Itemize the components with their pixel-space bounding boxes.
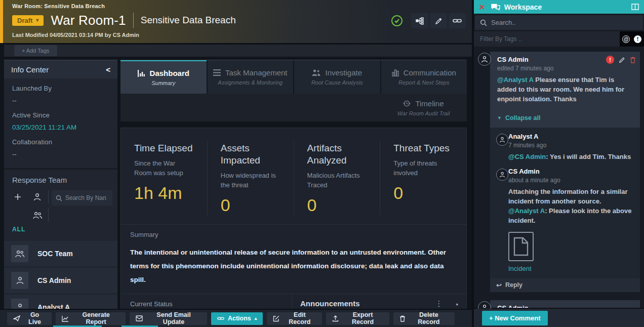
- collapse-all-label: Collapse all: [505, 114, 540, 121]
- stat-description: Since the War Room was setup: [134, 158, 194, 178]
- tab-investigate[interactable]: Investigate Root Cause Analysis: [294, 60, 380, 94]
- generate-report-button[interactable]: Generate Report: [56, 312, 126, 325]
- action-toolbar: Go Live Generate Report Send Email Updat…: [0, 309, 472, 327]
- attachment: Incident: [508, 232, 634, 272]
- current-status-section: Current Status --: [121, 294, 292, 310]
- stat-value: 0: [307, 195, 367, 215]
- collapse-up-icon[interactable]: ▴: [456, 301, 458, 306]
- workspace-search[interactable]: [475, 15, 643, 30]
- field-value: --: [12, 150, 109, 158]
- column-chart-icon: [392, 69, 399, 76]
- stat-description: How widespread is the threat: [221, 171, 280, 190]
- main-column: War Room: Sensitive Data Breach Draft ▾ …: [0, 0, 472, 327]
- user-icon: [11, 272, 28, 289]
- info-sidebar: Info Center < Launched By -- Active Sinc…: [4, 60, 117, 310]
- filter-all-link[interactable]: ALL: [4, 222, 117, 236]
- current-status-label: Current Status: [130, 300, 283, 308]
- user-icon: [11, 299, 28, 310]
- kebab-menu-icon[interactable]: ⋮: [435, 299, 442, 308]
- list-icon: [213, 69, 221, 76]
- dashboard-panel: Time Elapsed Since the War Room was setu…: [120, 128, 467, 309]
- edit-war-room-button[interactable]: [430, 13, 447, 28]
- summary-label: Summary: [130, 231, 457, 238]
- member-name: SOC Team: [37, 250, 73, 258]
- important-flag-icon[interactable]: !: [606, 56, 614, 64]
- mention-link[interactable]: @Analyst A: [497, 76, 534, 84]
- workspace-header: ✕ Workspace: [474, 0, 644, 14]
- field-value: --: [12, 97, 109, 104]
- link-icon: [217, 316, 224, 321]
- button-label: Delete Record: [409, 311, 449, 325]
- mentions-filter-icon[interactable]: @: [622, 35, 630, 43]
- tab-dashboard[interactable]: Dashboard Summary: [120, 60, 207, 94]
- report-chart-icon: [62, 315, 69, 322]
- button-label: Go Live: [24, 311, 46, 325]
- collapse-sidebar-icon[interactable]: <: [106, 65, 110, 74]
- reply-arrow-icon: ↩: [496, 281, 502, 289]
- title-divider: [133, 13, 134, 28]
- tab-subtitle: War Room Audit Trail: [397, 110, 450, 116]
- tab-subtitle: Assignments & Monitoring: [218, 79, 283, 86]
- important-filter-icon[interactable]: !: [634, 35, 641, 43]
- workflow-button[interactable]: [411, 13, 428, 28]
- page-title: War Room-1: [51, 13, 126, 28]
- chat-icon: [491, 4, 500, 11]
- tab-timeline[interactable]: Timeline War Room Audit Trail: [380, 94, 467, 121]
- go-live-button[interactable]: Go Live: [7, 312, 52, 325]
- tab-label: Communication: [404, 68, 456, 77]
- last-modified-text: Last Modified 04/05/2021 03:14 PM by CS …: [12, 32, 236, 38]
- stat-assets-impacted: Assets Impacted How widespread is the th…: [207, 141, 294, 215]
- filter-by-tags-input[interactable]: [474, 31, 620, 47]
- close-icon[interactable]: ✕: [479, 3, 485, 11]
- layout-columns-icon[interactable]: [631, 4, 639, 10]
- new-comment-button[interactable]: + New Comment: [482, 311, 548, 325]
- attachment-file-icon[interactable]: [508, 232, 534, 261]
- mention-link[interactable]: @CS Admin: [508, 153, 546, 160]
- stat-title: Threat Types: [393, 142, 453, 154]
- filter-users-button[interactable]: [26, 190, 49, 203]
- status-badge[interactable]: Draft ▾: [12, 15, 44, 26]
- timeline-icon: [403, 100, 411, 107]
- export-record-button[interactable]: Export Record: [326, 312, 389, 325]
- collapse-all-link[interactable]: ▼ Collapse all: [490, 109, 640, 128]
- member-row-soc-team[interactable]: SOC Team: [4, 241, 117, 266]
- edit-record-button[interactable]: Edit Record: [267, 312, 322, 325]
- war-room-header: War Room: Sensitive Data Breach Draft ▾ …: [0, 0, 472, 43]
- tab-task-management[interactable]: Task Management Assignments & Monitoring: [208, 60, 294, 94]
- button-label: Export Record: [342, 311, 383, 325]
- send-email-update-button[interactable]: Send Email Update: [130, 312, 207, 325]
- filter-by-tags-row: @ !: [474, 31, 644, 47]
- add-member-button[interactable]: [9, 190, 26, 203]
- member-search[interactable]: [52, 190, 112, 206]
- delete-comment-button[interactable]: [630, 57, 636, 63]
- member-search-input[interactable]: [65, 194, 108, 201]
- mention-link[interactable]: @Analyst A: [508, 207, 545, 215]
- member-row-analyst-a[interactable]: Analyst A: [4, 295, 117, 310]
- group-icon: [11, 245, 28, 262]
- reply-button[interactable]: ↩ Reply: [490, 278, 640, 292]
- comment-card: CS Admin edited 7 minutes ago @Analyst A…: [490, 52, 640, 109]
- stat-artifacts-analyzed: Artifacts Analyzed Malicious Artifacts T…: [294, 141, 380, 215]
- actions-button[interactable]: Actions ▴: [211, 312, 263, 325]
- stat-description: Malicious Artifacts Traced: [307, 171, 367, 190]
- filter-teams-button[interactable]: [26, 209, 49, 222]
- member-row-cs-admin[interactable]: CS Admin: [4, 268, 117, 293]
- add-tags-button[interactable]: + Add Tags: [14, 45, 57, 56]
- edit-comment-button[interactable]: [619, 57, 625, 63]
- trash-icon: [399, 315, 406, 322]
- button-label: Actions: [228, 315, 251, 322]
- reply-item: CS Admin about a minute ago Attaching th…: [496, 168, 634, 272]
- delete-record-button[interactable]: Delete Record: [393, 312, 455, 325]
- copy-link-button[interactable]: [449, 13, 466, 28]
- field-label: Collaboration: [12, 138, 109, 146]
- stat-threat-types: Threat Types Type of threats involved 0: [380, 141, 466, 215]
- export-icon: [332, 315, 339, 322]
- search-icon: [480, 19, 487, 26]
- attachment-label[interactable]: Incident: [508, 265, 634, 272]
- workspace-search-input[interactable]: [491, 19, 638, 26]
- field-label: Active Since: [12, 111, 109, 119]
- summary-text: The intentional or unintentional release…: [130, 246, 457, 287]
- tab-communication[interactable]: Communication Report & Next Steps: [381, 60, 467, 94]
- stat-description: Type of threats involved: [393, 158, 453, 178]
- response-team-title: Response Team: [4, 176, 117, 184]
